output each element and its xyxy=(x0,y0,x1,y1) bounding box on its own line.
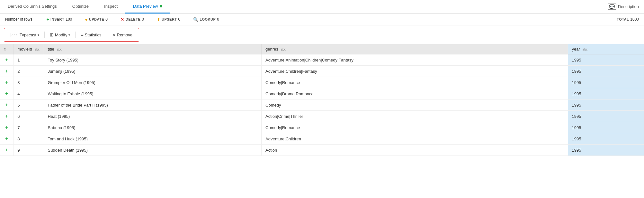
table-row: + 4 Waiting to Exhale (1995) Comedy|Dram… xyxy=(0,88,644,99)
cell-year: 1995 xyxy=(568,88,644,99)
top-nav: Derived Column's Settings Optimize Inspe… xyxy=(0,0,644,14)
tab-data-preview[interactable]: Data Preview xyxy=(125,0,170,14)
cell-movieid: 8 xyxy=(13,133,44,145)
remove-icon: ✕ xyxy=(112,33,116,37)
col-header-year[interactable]: year abc xyxy=(568,44,644,54)
row-action-cell: + xyxy=(0,88,13,99)
row-action-cell: + xyxy=(0,99,13,111)
table-row: + 5 Father of the Bride Part II (1995) C… xyxy=(0,99,644,111)
row-action-cell: + xyxy=(0,77,13,88)
cell-genres: Adventure|Children|Fantasy xyxy=(262,66,568,77)
page-wrapper: Derived Column's Settings Optimize Inspe… xyxy=(0,0,644,198)
cell-year: 1995 xyxy=(568,66,644,77)
cell-genres: Action xyxy=(262,145,568,156)
typecast-label: Typecast xyxy=(20,33,36,37)
row-add-icon[interactable]: + xyxy=(4,80,9,85)
update-icon: ● xyxy=(85,17,87,22)
table-row: + 7 Sabrina (1995) Comedy|Romance 1995 xyxy=(0,122,644,133)
row-add-icon[interactable]: + xyxy=(4,125,9,130)
table-row: + 2 Jumanji (1995) Adventure|Children|Fa… xyxy=(0,66,644,77)
tab-derived-settings[interactable]: Derived Column's Settings xyxy=(0,0,65,14)
typecast-chevron-icon: ▾ xyxy=(38,33,39,37)
table-row: + 3 Grumpier Old Men (1995) Comedy|Roman… xyxy=(0,77,644,88)
typecast-type-badge: abc xyxy=(11,33,18,37)
table-row: + 1 Toy Story (1995) Adventure|Animation… xyxy=(0,54,644,66)
cell-movieid: 7 xyxy=(13,122,44,133)
cell-year: 1995 xyxy=(568,54,644,66)
table-row: + 9 Sudden Death (1995) Action 1995 xyxy=(0,145,644,156)
cell-year: 1995 xyxy=(568,77,644,88)
tab-optimize[interactable]: Optimize xyxy=(65,0,96,14)
row-add-icon[interactable]: + xyxy=(4,68,9,74)
description-button[interactable]: 💬 Description xyxy=(603,0,644,14)
cell-title: Heat (1995) xyxy=(44,111,261,122)
data-preview-dot xyxy=(160,5,162,7)
modify-icon: ⊞ xyxy=(50,32,54,37)
row-add-icon[interactable]: + xyxy=(4,102,9,108)
modify-label: Modify xyxy=(55,33,67,37)
cell-title: Grumpier Old Men (1995) xyxy=(44,77,261,88)
sort-icon: ⇅ xyxy=(4,47,7,51)
row-action-cell: + xyxy=(0,111,13,122)
upsert-stat: ⬆ UPSERT 0 xyxy=(157,17,180,22)
cell-movieid: 1 xyxy=(13,54,44,66)
cell-title: Father of the Bride Part II (1995) xyxy=(44,99,261,111)
cell-title: Sabrina (1995) xyxy=(44,122,261,133)
row-add-icon[interactable]: + xyxy=(4,57,9,62)
row-action-cell: + xyxy=(0,145,13,156)
delete-stat: ✕ DELETE 0 xyxy=(121,17,144,22)
separator-3 xyxy=(107,32,107,38)
statistics-button[interactable]: ≡ Statistics xyxy=(78,31,104,39)
table-row: + 8 Tom and Huck (1995) Adventure|Childr… xyxy=(0,133,644,145)
cell-movieid: 9 xyxy=(13,145,44,156)
row-action-cell: + xyxy=(0,66,13,77)
data-table: ⇅ movieId abc title abc genres abc year … xyxy=(0,44,644,156)
cell-title: Toy Story (1995) xyxy=(44,54,261,66)
cell-genres: Action|Crime|Thriller xyxy=(262,111,568,122)
remove-button[interactable]: ✕ Remove xyxy=(110,31,135,39)
cell-genres: Comedy|Romance xyxy=(262,122,568,133)
cell-genres: Comedy xyxy=(262,99,568,111)
row-add-icon[interactable]: + xyxy=(4,147,9,153)
number-of-rows-label: Number of rows xyxy=(5,17,34,22)
delete-icon: ✕ xyxy=(121,17,124,22)
modify-chevron-icon: ▾ xyxy=(68,33,70,37)
row-action-cell: + xyxy=(0,54,13,66)
separator-2 xyxy=(75,32,76,38)
column-toolbar: abc Typecast ▾ ⊞ Modify ▾ ≡ Statistics ✕… xyxy=(4,28,139,42)
lookup-icon: 🔍 xyxy=(193,17,198,22)
cell-movieid: 4 xyxy=(13,88,44,99)
row-add-icon[interactable]: + xyxy=(4,113,9,119)
cell-genres: Adventure|Animation|Children|Comedy|Fant… xyxy=(262,54,568,66)
cell-title: Tom and Huck (1995) xyxy=(44,133,261,145)
col-header-movieid[interactable]: movieId abc xyxy=(13,44,44,54)
statistics-icon: ≡ xyxy=(81,32,83,37)
cell-year: 1995 xyxy=(568,111,644,122)
cell-year: 1995 xyxy=(568,122,644,133)
row-add-icon[interactable]: + xyxy=(4,91,9,96)
insert-icon: + xyxy=(47,17,49,22)
cell-year: 1995 xyxy=(568,99,644,111)
typecast-button[interactable]: abc Typecast ▾ xyxy=(8,31,42,39)
modify-button[interactable]: ⊞ Modify ▾ xyxy=(47,31,73,39)
cell-title: Jumanji (1995) xyxy=(44,66,261,77)
cell-genres: Comedy|Romance xyxy=(262,77,568,88)
col-header-genres[interactable]: genres abc xyxy=(262,44,568,54)
cell-movieid: 3 xyxy=(13,77,44,88)
col-header-action: ⇅ xyxy=(0,44,13,54)
tab-inspect[interactable]: Inspect xyxy=(96,0,125,14)
data-table-container: ⇅ movieId abc title abc genres abc year … xyxy=(0,44,644,198)
row-action-cell: + xyxy=(0,133,13,145)
cell-movieid: 6 xyxy=(13,111,44,122)
row-add-icon[interactable]: + xyxy=(4,136,9,141)
cell-year: 1995 xyxy=(568,145,644,156)
cell-movieid: 2 xyxy=(13,66,44,77)
separator-1 xyxy=(44,32,45,38)
lookup-stat: 🔍 LOOKUP 0 xyxy=(193,17,219,22)
table-row: + 6 Heat (1995) Action|Crime|Thriller 19… xyxy=(0,111,644,122)
row-action-cell: + xyxy=(0,122,13,133)
col-header-title[interactable]: title abc xyxy=(44,44,261,54)
insert-stat: + INSERT 100 xyxy=(47,17,72,22)
total-stat: TOTAL 1000 xyxy=(617,17,639,22)
upsert-icon: ⬆ xyxy=(157,17,160,22)
